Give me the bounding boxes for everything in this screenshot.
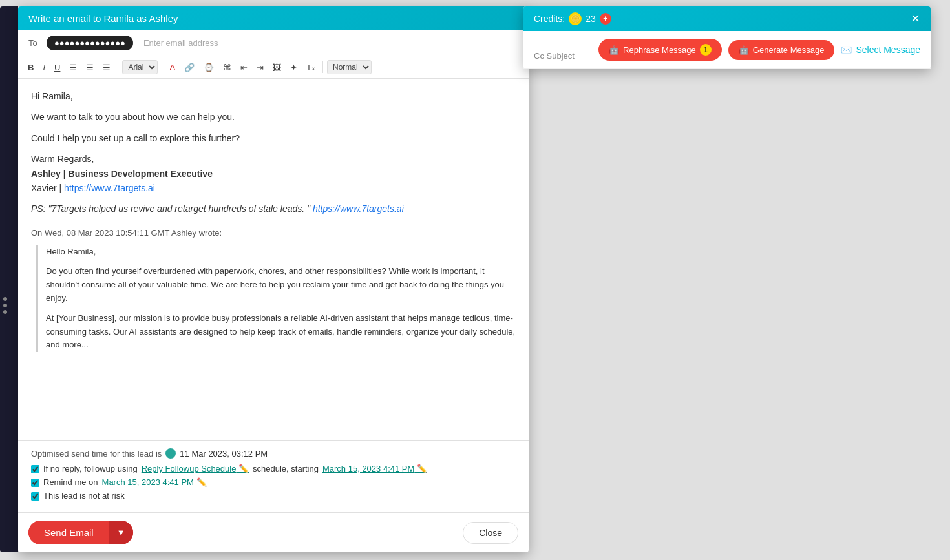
add-credits-button[interactable]: + <box>600 13 611 25</box>
special-char-button[interactable]: ✦ <box>287 61 301 74</box>
image-button[interactable]: 🖼 <box>269 61 284 74</box>
email-para2: Could I help you set up a call to explor… <box>31 131 516 145</box>
remind-prefix: Remind me on <box>43 477 98 487</box>
followup-schedule-link[interactable]: Reply Followup Schedule ✏️ <box>142 464 249 473</box>
remind-date-link[interactable]: March 15, 2023 4:41 PM ✏️ <box>102 477 207 487</box>
sidebar-dots <box>3 297 7 314</box>
email-compose-modal: Write an email to Ramila as Ashley To ●●… <box>18 6 529 552</box>
email-ps: PS: "7Targets helped us revive and retar… <box>31 202 516 216</box>
italic-button[interactable]: I <box>39 61 48 74</box>
remind-checkbox[interactable] <box>31 479 39 487</box>
coin-icon: 🪙 <box>569 12 582 25</box>
generate-message-button[interactable]: 🤖 Generate Message <box>728 40 835 60</box>
generate-icon: 🤖 <box>739 45 749 55</box>
credits-badge: Credits: 🪙 23 + <box>534 12 611 25</box>
email-para1: We want to talk to you about how we can … <box>31 110 516 124</box>
rephrase-label: Rephrase Message <box>623 45 696 55</box>
followup-row: If no reply, followup using Reply Follow… <box>31 464 516 473</box>
to-label: To <box>28 38 41 48</box>
align-center-button[interactable]: ☰ <box>83 61 97 74</box>
indent-decrease-button[interactable]: ⇤ <box>237 61 251 74</box>
select-message-label: Select Message <box>856 45 920 55</box>
send-email-dropdown-button[interactable]: ▼ <box>109 521 133 544</box>
indent-increase-button[interactable]: ⇥ <box>253 61 267 74</box>
ai-toolbar: Cc Subject 🤖 Rephrase Message 1 🤖 Genera… <box>523 31 931 69</box>
email-greeting: Hi Ramila, <box>31 89 516 103</box>
quoted-para2: At [Your Business], our mission is to pr… <box>46 312 516 352</box>
risk-checkbox[interactable] <box>31 492 39 501</box>
ai-tools-panel: Credits: 🪙 23 + ✕ Cc Subject 🤖 Rephrase … <box>523 6 931 69</box>
credits-count: 23 <box>586 14 596 24</box>
send-email-button-group[interactable]: Send Email ▼ <box>28 521 133 544</box>
font-color-button[interactable]: A <box>166 61 178 74</box>
followup-checkbox[interactable] <box>31 465 39 473</box>
modal-header: Write an email to Ramila as Ashley <box>18 6 529 30</box>
signature-name: Ashley | Business Development Executive <box>31 167 516 181</box>
email-body[interactable]: Hi Ramila, We want to talk to you about … <box>18 79 529 440</box>
left-sidebar <box>0 6 18 552</box>
email-icon: ✉️ <box>841 45 852 55</box>
clock-icon <box>165 448 176 459</box>
signature-link[interactable]: https://www.7targets.ai <box>64 183 155 193</box>
cc-subject-label: Cc Subject <box>534 51 575 61</box>
ai-panel-header: Credits: 🪙 23 + ✕ <box>523 6 931 31</box>
link-button[interactable]: 🔗 <box>181 61 198 74</box>
generate-label: Generate Message <box>753 45 825 55</box>
followup-mid: schedule, starting <box>253 464 319 473</box>
bottom-info-section: Optimised send time for this lead is 11 … <box>18 440 529 512</box>
select-message-button[interactable]: ✉️ Select Message <box>841 45 920 55</box>
font-family-select[interactable]: Arial <box>122 60 158 74</box>
send-email-main-button[interactable]: Send Email <box>28 521 109 544</box>
rephrase-icon: 🤖 <box>609 45 619 55</box>
bold-button[interactable]: B <box>25 61 37 74</box>
risk-row: This lead is not at risk <box>31 491 516 501</box>
quoted-block: Hello Ramila, Do you often find yourself… <box>36 245 516 353</box>
toolbar-sep-3 <box>322 61 323 73</box>
optimised-prefix: Optimised send time for this lead is <box>31 449 162 459</box>
quoted-header: On Wed, 08 Mar 2023 10:54:11 GMT Ashley … <box>31 227 516 240</box>
remind-row: Remind me on March 15, 2023 4:41 PM ✏️ <box>31 477 516 487</box>
modal-footer: Send Email ▼ Close <box>18 512 529 552</box>
underline-button[interactable]: U <box>51 61 63 74</box>
unordered-list-button[interactable]: ⌘ <box>220 61 235 74</box>
align-left-button[interactable]: ☰ <box>66 61 80 74</box>
heading-select[interactable]: Normal <box>327 60 372 74</box>
format-clear-button[interactable]: Tₓ <box>303 61 319 74</box>
quoted-greeting: Hello Ramila, <box>46 245 516 259</box>
email-address-placeholder: Enter email address <box>143 38 218 48</box>
credits-label: Credits: <box>534 14 565 24</box>
ps-link[interactable]: https://www.7targets.ai <box>313 203 404 214</box>
recipient-pill[interactable]: ●●●●●●●●●●●●●● <box>47 36 133 50</box>
risk-text: This lead is not at risk <box>43 491 125 501</box>
followup-date-link[interactable]: March 15, 2023 4:41 PM ✏️ <box>322 464 427 473</box>
signature-company: Xavier | https://www.7targets.ai <box>31 181 516 195</box>
send-time-value: 11 Mar 2023, 03:12 PM <box>180 449 268 459</box>
to-field-row: To ●●●●●●●●●●●●●● Enter email address <box>18 30 529 56</box>
toolbar-sep-1 <box>118 61 118 73</box>
toolbar-sep-2 <box>162 61 162 73</box>
send-time-row: Optimised send time for this lead is 11 … <box>31 448 516 459</box>
ordered-list-button[interactable]: ⌚ <box>200 61 217 74</box>
close-ai-panel-button[interactable]: ✕ <box>911 12 920 26</box>
signature-warm: Warm Regards, <box>31 152 516 166</box>
align-right-button[interactable]: ☰ <box>100 61 114 74</box>
rephrase-count-badge: 1 <box>700 44 712 56</box>
modal-title: Write an email to Ramila as Ashley <box>28 13 178 24</box>
followup-prefix: If no reply, followup using <box>43 464 138 473</box>
editor-toolbar: B I U ☰ ☰ ☰ Arial A 🔗 ⌚ ⌘ ⇤ ⇥ 🖼 ✦ Tₓ Nor… <box>18 56 529 79</box>
quoted-para1: Do you often find yourself overburdened … <box>46 265 516 305</box>
close-button[interactable]: Close <box>463 522 518 544</box>
rephrase-message-button[interactable]: 🤖 Rephrase Message 1 <box>598 39 722 61</box>
email-signature: Warm Regards, Ashley | Business Developm… <box>31 152 516 195</box>
